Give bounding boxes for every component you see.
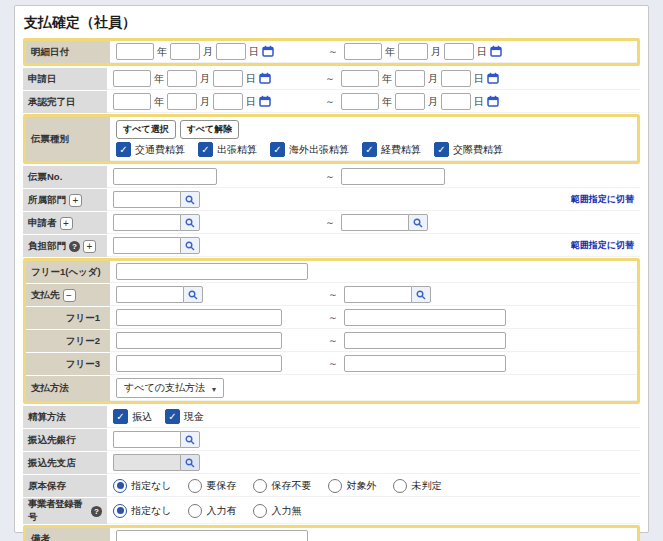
checkbox-icon[interactable] xyxy=(270,142,285,157)
detail-date-to-month-input[interactable] xyxy=(398,43,428,60)
row-department: 所属部門 範囲指定に切替 xyxy=(23,189,640,211)
search-icon[interactable] xyxy=(180,237,200,254)
detail-date-to-day-input[interactable] xyxy=(444,43,474,60)
department-range-toggle-link[interactable]: 範囲指定に切替 xyxy=(571,193,634,206)
radio-label: 要保存 xyxy=(206,479,236,493)
settlement-option[interactable]: 現金 xyxy=(165,409,204,424)
search-icon[interactable] xyxy=(180,191,200,208)
calendar-icon[interactable] xyxy=(490,45,502,59)
slip-type-option[interactable]: 海外出張精算 xyxy=(270,142,349,157)
radio-icon[interactable] xyxy=(253,479,267,493)
free2-from-input[interactable] xyxy=(116,332,282,349)
checkbox-icon[interactable] xyxy=(198,142,213,157)
request-date-to-month-input[interactable] xyxy=(395,70,425,87)
slip-no-label: 伝票No. xyxy=(23,166,107,188)
burden-dept-input[interactable] xyxy=(113,237,180,254)
business-reg-option[interactable]: 指定なし xyxy=(113,504,171,518)
search-icon[interactable] xyxy=(183,286,203,303)
approval-date-from-year-input[interactable] xyxy=(113,93,151,110)
approval-date-to-month-input[interactable] xyxy=(395,93,425,110)
detail-date-from-year-input[interactable] xyxy=(116,43,154,60)
search-icon[interactable] xyxy=(408,214,428,231)
free1-header-input[interactable] xyxy=(116,263,308,280)
checkbox-icon[interactable] xyxy=(165,409,180,424)
help-icon[interactable] xyxy=(91,506,102,517)
payment-method-label: 支払方法 xyxy=(26,376,110,401)
payee-to-input[interactable] xyxy=(344,286,411,303)
checkbox-icon[interactable] xyxy=(434,142,449,157)
search-icon[interactable] xyxy=(180,214,200,231)
payee-from-input[interactable] xyxy=(116,286,183,303)
checkbox-icon[interactable] xyxy=(113,409,128,424)
remarks-input[interactable] xyxy=(116,530,308,541)
original-storage-option[interactable]: 指定なし xyxy=(113,479,171,493)
radio-icon[interactable] xyxy=(328,479,342,493)
applicant-label: 申請者 xyxy=(23,212,107,234)
calendar-icon[interactable] xyxy=(262,45,274,59)
request-date-to-year-input[interactable] xyxy=(341,70,379,87)
search-icon[interactable] xyxy=(411,286,431,303)
free3-to-input[interactable] xyxy=(344,355,506,372)
free3-from-input[interactable] xyxy=(116,355,282,372)
month-unit: 月 xyxy=(200,95,210,109)
radio-icon[interactable] xyxy=(188,504,202,518)
original-storage-option[interactable]: 要保存 xyxy=(188,479,236,493)
calendar-icon[interactable] xyxy=(259,95,271,109)
request-date-from-day-input[interactable] xyxy=(213,70,243,87)
detail-date-to-year-input[interactable] xyxy=(344,43,382,60)
approval-date-to-day-input[interactable] xyxy=(441,93,471,110)
payee-remove-button minus-icon[interactable] xyxy=(63,289,76,302)
burden-dept-add-button plus-icon[interactable] xyxy=(83,240,96,253)
page-title: 支払確定（社員） xyxy=(15,6,648,37)
detail-date-from-month-input[interactable] xyxy=(170,43,200,60)
request-date-from-year-input[interactable] xyxy=(113,70,151,87)
approval-date-from-day-input[interactable] xyxy=(213,93,243,110)
select-all-button[interactable]: すべて選択 xyxy=(116,120,176,139)
deselect-all-button[interactable]: すべて解除 xyxy=(180,120,240,139)
free1-from-input[interactable] xyxy=(116,309,282,326)
calendar-icon[interactable] xyxy=(487,95,499,109)
approval-date-from-month-input[interactable] xyxy=(167,93,197,110)
search-icon[interactable] xyxy=(180,431,200,448)
bank-input[interactable] xyxy=(113,431,180,448)
slip-type-option[interactable]: 交際費精算 xyxy=(434,142,503,157)
slip-no-from-input[interactable] xyxy=(113,168,217,185)
original-storage-option[interactable]: 保存不要 xyxy=(253,479,311,493)
request-date-to-day-input[interactable] xyxy=(441,70,471,87)
original-storage-option[interactable]: 対象外 xyxy=(328,479,376,493)
radio-icon[interactable] xyxy=(253,504,267,518)
checkbox-icon[interactable] xyxy=(362,142,377,157)
branch-label: 振込先支店 xyxy=(23,452,107,474)
department-input[interactable] xyxy=(113,191,180,208)
department-add-button plus-icon[interactable] xyxy=(69,194,82,207)
original-storage-option[interactable]: 未判定 xyxy=(393,479,441,493)
applicant-to-input[interactable] xyxy=(341,214,408,231)
applicant-from-input[interactable] xyxy=(113,214,180,231)
checkbox-icon[interactable] xyxy=(116,142,131,157)
slip-type-option[interactable]: 経費精算 xyxy=(362,142,421,157)
burden-dept-range-toggle-link[interactable]: 範囲指定に切替 xyxy=(571,239,634,252)
radio-icon[interactable] xyxy=(188,479,202,493)
radio-icon[interactable] xyxy=(113,504,127,518)
department-search-box xyxy=(113,191,200,208)
free2-to-input[interactable] xyxy=(344,332,506,349)
free1-to-input[interactable] xyxy=(344,309,506,326)
approval-date-to-year-input[interactable] xyxy=(341,93,379,110)
help-icon[interactable] xyxy=(69,241,80,252)
applicant-add-button plus-icon[interactable] xyxy=(60,217,73,230)
request-date-from-month-input[interactable] xyxy=(167,70,197,87)
slip-type-option[interactable]: 出張精算 xyxy=(198,142,257,157)
radio-label: 対象外 xyxy=(346,479,376,493)
slip-no-to-input[interactable] xyxy=(341,168,445,185)
business-reg-option[interactable]: 入力有 xyxy=(188,504,236,518)
settlement-option[interactable]: 振込 xyxy=(113,409,152,424)
calendar-icon[interactable] xyxy=(487,72,499,86)
radio-icon[interactable] xyxy=(113,479,127,493)
radio-icon[interactable] xyxy=(393,479,407,493)
slip-type-option[interactable]: 交通費精算 xyxy=(116,142,185,157)
calendar-icon[interactable] xyxy=(259,72,271,86)
payment-method-dropdown[interactable]: すべての支払方法 xyxy=(116,378,224,398)
detail-date-from-day-input[interactable] xyxy=(216,43,246,60)
range-tilde: ～ xyxy=(326,357,340,371)
business-reg-option[interactable]: 入力無 xyxy=(253,504,301,518)
